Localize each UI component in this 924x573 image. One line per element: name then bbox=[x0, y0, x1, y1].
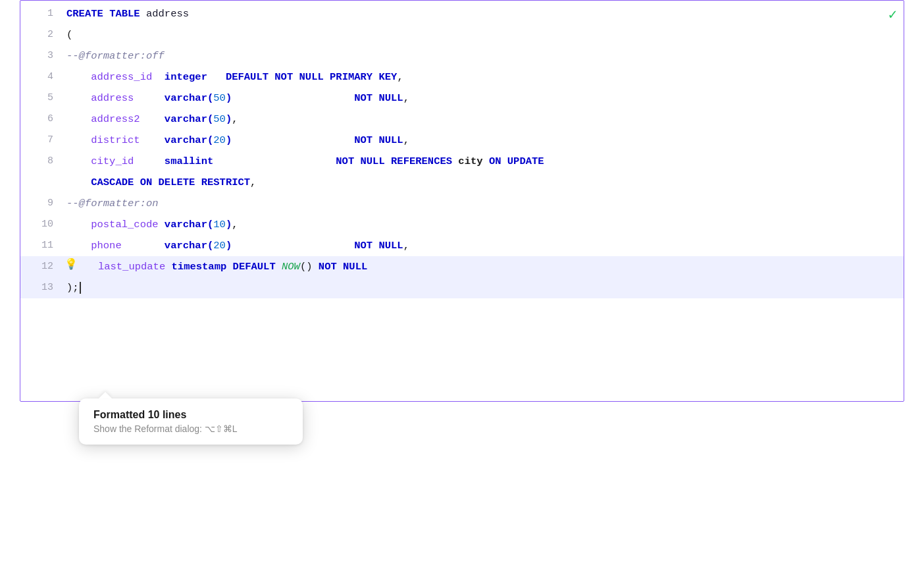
tooltip-title: Formatted 10 lines bbox=[93, 409, 288, 421]
line-content-8-cont: CASCADE ON DELETE RESTRICT, bbox=[66, 173, 904, 192]
line-number-6: 6 bbox=[20, 110, 66, 128]
line-number-2: 2 bbox=[20, 26, 66, 44]
line-content-3: --@formatter:off bbox=[66, 47, 904, 65]
code-line-2: 2 ( bbox=[20, 24, 904, 45]
line-content-8: city_id smallint NOT NULL REFERENCES cit… bbox=[66, 152, 904, 171]
editor-container: ✓ 1 CREATE TABLE address 2 ( 3 --@format… bbox=[0, 0, 924, 573]
line-number-4: 4 bbox=[20, 68, 66, 86]
code-line-8: 8 city_id smallint NOT NULL REFERENCES c… bbox=[20, 151, 904, 172]
line-number-7: 7 bbox=[20, 131, 66, 150]
line-content-4: address_id integer DEFAULT NOT NULL PRIM… bbox=[66, 68, 904, 86]
checkmark-icon: ✓ bbox=[888, 6, 897, 24]
line-content-2: ( bbox=[66, 26, 904, 44]
code-line-12: 12 💡 last_update timestamp DEFAULT NOW()… bbox=[20, 256, 904, 277]
reformat-tooltip: Formatted 10 lines Show the Reformat dia… bbox=[79, 398, 303, 445]
line-content-7: district varchar(20) NOT NULL, bbox=[66, 131, 904, 150]
line-number-1: 1 bbox=[20, 5, 66, 23]
line-content-10: postal_code varchar(10), bbox=[66, 215, 904, 234]
line-number-9: 9 bbox=[20, 194, 66, 213]
line-number-5: 5 bbox=[20, 89, 66, 107]
code-line-3: 3 --@formatter:off bbox=[20, 45, 904, 67]
line-content-5: address varchar(50) NOT NULL, bbox=[66, 89, 904, 107]
code-line-4: 4 address_id integer DEFAULT NOT NULL PR… bbox=[20, 67, 904, 88]
line-content-12: last_update timestamp DEFAULT NOW() NOT … bbox=[80, 258, 904, 276]
code-area[interactable]: ✓ 1 CREATE TABLE address 2 ( 3 --@format… bbox=[20, 0, 904, 402]
line-number-8: 8 bbox=[20, 152, 66, 171]
line-number-13: 13 bbox=[20, 279, 66, 297]
code-line-6: 6 address2 varchar(50), bbox=[20, 109, 904, 130]
code-line-10: 10 postal_code varchar(10), bbox=[20, 214, 904, 235]
line-content-6: address2 varchar(50), bbox=[66, 110, 904, 128]
line-number-12: 12 bbox=[20, 258, 66, 276]
code-line-5: 5 address varchar(50) NOT NULL, bbox=[20, 88, 904, 109]
line-number-3: 3 bbox=[20, 47, 66, 65]
code-line-11: 11 phone varchar(20) NOT NULL, bbox=[20, 235, 904, 256]
line-content-13: ); bbox=[66, 279, 904, 297]
code-line-8-cont: CASCADE ON DELETE RESTRICT, bbox=[20, 172, 904, 193]
code-line-13: 13 ); bbox=[20, 277, 904, 298]
line-content-9: --@formatter:on bbox=[66, 194, 904, 213]
line-content-11: phone varchar(20) NOT NULL, bbox=[66, 236, 904, 255]
line-number-10: 10 bbox=[20, 215, 66, 234]
lightbulb-icon[interactable]: 💡 bbox=[64, 258, 78, 271]
code-line-9: 9 --@formatter:on bbox=[20, 193, 904, 214]
code-line-1: 1 CREATE TABLE address bbox=[20, 3, 904, 24]
code-line-7: 7 district varchar(20) NOT NULL, bbox=[20, 130, 904, 151]
line-content-1: CREATE TABLE address bbox=[66, 5, 904, 23]
tooltip-subtitle: Show the Reformat dialog: ⌥⇧⌘L bbox=[93, 423, 288, 434]
line-number-11: 11 bbox=[20, 236, 66, 255]
